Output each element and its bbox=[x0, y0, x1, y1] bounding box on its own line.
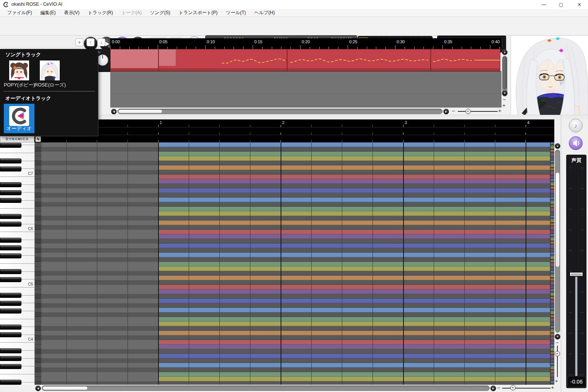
arrange-zoom-slider[interactable] bbox=[458, 111, 498, 112]
piano-roll-ruler[interactable]: 1234 bbox=[34, 119, 554, 142]
black-key[interactable] bbox=[0, 190, 21, 195]
scroll-right-button[interactable]: ▶ bbox=[443, 109, 449, 114]
black-key[interactable] bbox=[0, 293, 21, 298]
song-mode-button[interactable]: ♪ bbox=[569, 119, 583, 132]
pr-h-zoom-in[interactable]: + bbox=[551, 385, 554, 390]
black-key[interactable] bbox=[0, 380, 21, 385]
black-key[interactable] bbox=[0, 182, 21, 187]
zoom-in-label[interactable]: + bbox=[498, 108, 501, 113]
menu-ヘルプH[interactable]: ヘルプ(H) bbox=[250, 9, 279, 16]
black-key[interactable] bbox=[0, 325, 21, 330]
black-key[interactable] bbox=[0, 158, 21, 163]
ruler-tick bbox=[490, 45, 490, 49]
ruler-tick bbox=[127, 125, 128, 127]
pr-v-zoom-slider[interactable] bbox=[557, 346, 558, 377]
ruler-tick bbox=[189, 132, 189, 135]
menu-編集E[interactable]: 編集(E) bbox=[36, 9, 60, 16]
track-name-popy[interactable]: POPY(ポピー) bbox=[4, 82, 35, 88]
scroll-down-button[interactable]: ▼ bbox=[502, 90, 508, 96]
black-key[interactable] bbox=[0, 301, 21, 306]
black-key[interactable] bbox=[0, 348, 21, 353]
black-key[interactable] bbox=[0, 356, 21, 361]
arrange-h-scrollbar-thumb[interactable] bbox=[118, 109, 162, 113]
grid-row-premeasure bbox=[41, 358, 158, 363]
grid-row-premeasure bbox=[41, 331, 158, 335]
pr-scroll-left-button[interactable]: ◀ bbox=[35, 385, 41, 391]
audio-track-tile-selected[interactable]: オーディオ bbox=[4, 104, 34, 133]
voice-quality-track[interactable] bbox=[575, 166, 577, 274]
ruler-line bbox=[34, 127, 554, 127]
pr-v-zoom-handle[interactable] bbox=[555, 351, 560, 356]
pr-h-zoom-handle[interactable] bbox=[510, 385, 516, 390]
black-key[interactable] bbox=[0, 364, 21, 369]
black-key[interactable] bbox=[0, 253, 21, 258]
pr-h-zoom-out[interactable]: − bbox=[497, 385, 500, 390]
monitor-speaker-button[interactable] bbox=[569, 136, 583, 150]
grid-row-premeasure bbox=[41, 234, 158, 239]
maximize-button[interactable]: ▢ bbox=[552, 0, 570, 9]
move-track-up-button[interactable]: ↑ bbox=[87, 38, 95, 46]
black-key[interactable] bbox=[0, 277, 21, 282]
menu-トランスポートP[interactable]: トランスポート(P) bbox=[175, 9, 222, 16]
menu-ソングS[interactable]: ソング(S) bbox=[146, 9, 175, 16]
gutter-cell bbox=[35, 317, 41, 322]
gutter-cell bbox=[35, 175, 41, 179]
black-key[interactable] bbox=[0, 332, 21, 337]
voice-quality-slider-handle[interactable] bbox=[569, 272, 583, 277]
pr-h-scrollbar-thumb[interactable] bbox=[42, 386, 88, 390]
gutter-cell bbox=[35, 326, 41, 331]
black-key[interactable] bbox=[0, 214, 21, 219]
pr-scroll-up-button[interactable]: ▲ bbox=[555, 143, 560, 149]
n-badge[interactable]: N bbox=[35, 136, 41, 142]
arrange-time-ruler[interactable]: 0:000:050:100:150:200:250:300:350:40 bbox=[110, 38, 501, 49]
arrange-v-scrollbar-thumb[interactable] bbox=[503, 57, 507, 89]
black-key[interactable] bbox=[0, 167, 21, 172]
scroll-up-button[interactable]: ▲ bbox=[502, 49, 508, 55]
track-height-zoom-out[interactable]: − bbox=[503, 97, 506, 102]
arrange-zoom-handle[interactable] bbox=[466, 109, 471, 114]
track-name-rose[interactable]: ROSE(ローズ) bbox=[34, 82, 66, 88]
audio-track-lane[interactable] bbox=[110, 71, 501, 108]
track-avatar-rose[interactable] bbox=[40, 60, 60, 80]
black-key[interactable] bbox=[0, 269, 21, 274]
ruler-tick bbox=[395, 45, 395, 49]
menu-トークA[interactable]: トーク(A) bbox=[117, 9, 146, 16]
pr-v-zoom-in[interactable]: + bbox=[555, 378, 558, 384]
cevio-logo-icon bbox=[9, 106, 29, 126]
minimize-button[interactable]: — bbox=[535, 0, 552, 9]
arrange-h-scrollbar[interactable] bbox=[118, 109, 443, 114]
pr-scroll-right-button[interactable]: ▶ bbox=[490, 385, 496, 391]
menu-ツールT[interactable]: ツール(T) bbox=[222, 9, 250, 16]
pr-scroll-down-button[interactable]: ▼ bbox=[555, 334, 560, 340]
grid-line bbox=[526, 142, 526, 385]
black-key[interactable] bbox=[0, 198, 21, 203]
voice-quality-track-filled[interactable] bbox=[575, 276, 578, 378]
close-button[interactable]: ✕ bbox=[571, 0, 588, 9]
piano-roll-grid[interactable] bbox=[41, 142, 550, 385]
track-height-zoom-in[interactable]: + bbox=[502, 103, 506, 108]
song-clip[interactable] bbox=[110, 49, 500, 71]
playhead-marker[interactable] bbox=[108, 45, 111, 48]
black-key[interactable] bbox=[0, 143, 21, 148]
menu-表示V[interactable]: 表示(V) bbox=[60, 9, 83, 16]
track-avatar-popy[interactable] bbox=[9, 60, 29, 80]
grid-row-premeasure bbox=[41, 142, 158, 147]
piano-keyboard[interactable]: C7C6C5C4 bbox=[0, 142, 35, 385]
pr-h-zoom-slider[interactable] bbox=[502, 388, 550, 389]
menu-トラックR[interactable]: トラック(R) bbox=[83, 9, 117, 16]
black-key[interactable] bbox=[0, 245, 21, 250]
zoom-out-label[interactable]: − bbox=[452, 108, 455, 114]
pr-h-scrollbar[interactable] bbox=[42, 385, 490, 391]
black-key[interactable] bbox=[0, 222, 21, 227]
pr-v-scrollbar-thumb[interactable] bbox=[555, 172, 560, 267]
black-key[interactable] bbox=[0, 238, 21, 243]
add-track-button[interactable]: + bbox=[75, 38, 83, 46]
gutter-cell bbox=[35, 202, 41, 207]
black-key[interactable] bbox=[0, 309, 21, 314]
pr-v-zoom-out[interactable]: − bbox=[555, 340, 559, 345]
ruler-tick bbox=[250, 132, 250, 135]
move-track-down-button[interactable]: ↓ bbox=[97, 38, 105, 46]
menu-ファイルF[interactable]: ファイル(F) bbox=[3, 9, 36, 16]
scroll-left-button[interactable]: ◀ bbox=[111, 109, 117, 114]
grid-row-premeasure bbox=[41, 285, 158, 289]
